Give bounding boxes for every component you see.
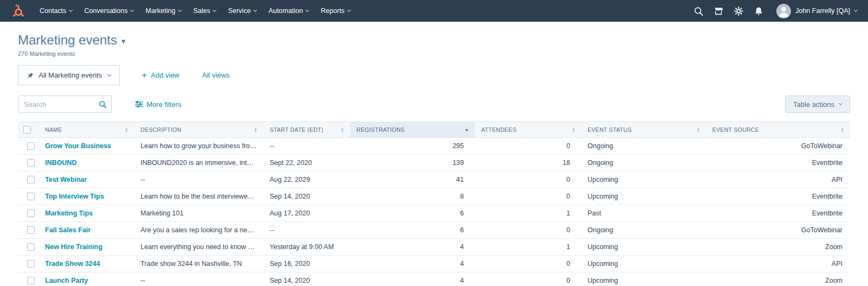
sort-icon[interactable]: ▴▾ [837,127,844,132]
column-label: DESCRIPTION [141,126,181,133]
table-row: Grow Your Business Learn how to grow you… [18,138,850,155]
add-view-label: Add view [151,71,180,79]
column-header-name[interactable]: NAME ▴▾ [39,122,134,138]
settings-gear-icon[interactable] [734,7,743,16]
table-header-row: NAME ▴▾ DESCRIPTION ▴▾ START DATE (EDT) … [18,122,850,138]
row-checkbox[interactable] [27,159,35,167]
event-description: Are you a sales rep looking for a new… [134,222,263,239]
title-dropdown-caret-icon[interactable]: ▾ [122,36,126,46]
event-name-link[interactable]: Trade Show 3244 [45,260,100,268]
nav-item-reports[interactable]: Reports [315,0,356,22]
sort-icon[interactable]: ▴▾ [693,127,699,132]
column-header-registrations[interactable]: REGISTRATIONS ▴▾ [350,122,475,138]
event-name-link[interactable]: Launch Party [45,277,88,284]
event-name-link[interactable]: Top Interview Tips [45,193,104,200]
event-name-link[interactable]: Fall Sales Fair [45,226,91,234]
event-name-link[interactable]: INBOUND [45,159,76,167]
search-input[interactable] [24,100,99,109]
table-row: Fall Sales Fair Are you a sales rep look… [18,222,850,239]
chevron-down-icon [253,8,257,12]
event-registrations: 295 [350,138,475,155]
column-header-event-status[interactable]: EVENT STATUS ▴▾ [581,122,706,138]
event-name-link[interactable]: Grow Your Business [45,142,111,150]
event-start-date: -- [263,222,350,239]
event-start-date: Sep 14, 2020 [263,272,350,286]
marketplace-icon[interactable] [714,7,723,16]
chevron-down-icon [178,8,182,12]
event-description: -- [134,272,263,286]
row-checkbox[interactable] [27,277,35,284]
event-attendees: 0 [475,222,581,239]
sort-icon[interactable]: ▴▾ [568,127,575,132]
column-header-start-date[interactable]: START DATE (EDT) ▴▾ [263,122,350,138]
select-all-checkbox[interactable] [23,126,31,134]
row-checkbox[interactable] [27,226,35,234]
more-filters-label: More filters [146,100,181,109]
all-views-link[interactable]: All views [202,71,230,79]
sort-icon[interactable]: ▴▾ [121,127,127,132]
nav-item-sales[interactable]: Sales [187,0,222,22]
add-view-button[interactable]: + Add view [142,71,180,79]
page-title: Marketing events [18,33,117,48]
event-name-link[interactable]: Test Webinar [45,176,87,183]
column-label: START DATE (EDT) [270,126,323,133]
search-icon[interactable] [99,100,106,108]
event-status: Ongoing [581,222,706,239]
column-label: REGISTRATIONS [356,126,405,133]
column-header-attendees[interactable]: ATTENDEES ▴▾ [475,122,581,138]
table-actions-label: Table actions [793,100,834,109]
view-tab-all-marketing-events[interactable]: All Marketing events [18,65,120,85]
sort-descending-icon[interactable]: ▴▾ [461,128,468,132]
user-menu[interactable]: John Farrelly [QA] [776,4,857,18]
event-registrations: 4 [350,272,475,286]
event-start-date: Sept 22, 2020 [263,155,350,171]
chevron-down-icon [347,8,351,12]
event-registrations: 8 [350,188,475,205]
sort-icon[interactable]: ▴▾ [250,127,257,132]
row-checkbox[interactable] [27,243,35,251]
row-checkbox[interactable] [27,142,35,150]
nav-item-marketing[interactable]: Marketing [139,0,187,22]
events-table-body: Grow Your Business Learn how to grow you… [18,138,850,286]
event-source: API [706,256,850,272]
event-attendees: 1 [475,205,581,222]
event-description: Learn how to grow your business fro… [134,138,263,155]
row-checkbox[interactable] [27,193,35,200]
nav-item-label: Contacts [40,7,66,15]
column-label: EVENT STATUS [588,126,631,133]
table-actions-button[interactable]: Table actions [785,96,850,113]
nav-item-conversations[interactable]: Conversations [78,0,139,22]
hubspot-logo-icon[interactable] [11,4,25,18]
row-checkbox[interactable] [27,209,35,217]
more-filters-button[interactable]: More filters [135,100,181,109]
nav-item-automation[interactable]: Automation [263,0,315,22]
table-row: Test Webinar -- Aug 22, 2029 41 0 Upcomi… [18,171,850,188]
table-row: New Hire Training Learn everything you n… [18,239,850,256]
column-label: ATTENDEES [481,126,516,133]
row-checkbox[interactable] [27,176,35,183]
marketing-events-table: NAME ▴▾ DESCRIPTION ▴▾ START DATE (EDT) … [18,122,850,286]
column-header-event-source[interactable]: EVENT SOURCE ▴▾ [706,122,850,138]
nav-item-label: Service [228,7,251,15]
chevron-down-icon [107,72,111,76]
table-row: Top Interview Tips Learn how to be the b… [18,188,850,205]
chevron-down-icon [854,8,858,12]
search-icon[interactable] [694,7,703,16]
event-name-link[interactable]: Marketing Tips [45,209,93,217]
filter-icon [135,101,143,107]
notifications-bell-icon[interactable] [754,7,763,16]
event-start-date: Aug 17, 2020 [263,205,350,222]
column-label: EVENT SOURCE [712,126,759,133]
event-status: Ongoing [581,138,706,155]
event-name-link[interactable]: New Hire Training [45,243,103,251]
event-description: INBOUND2020 is an immersive, inter… [134,155,263,171]
row-checkbox[interactable] [27,260,35,268]
sort-icon[interactable]: ▴▾ [337,127,343,132]
nav-item-service[interactable]: Service [222,0,263,22]
column-header-description[interactable]: DESCRIPTION ▴▾ [134,122,263,138]
event-source: Eventbrite [706,205,850,222]
chevron-down-icon [69,8,73,12]
nav-item-contacts[interactable]: Contacts [34,0,78,22]
event-source: GoToWebinar [706,138,850,155]
event-status: Past [581,205,706,222]
